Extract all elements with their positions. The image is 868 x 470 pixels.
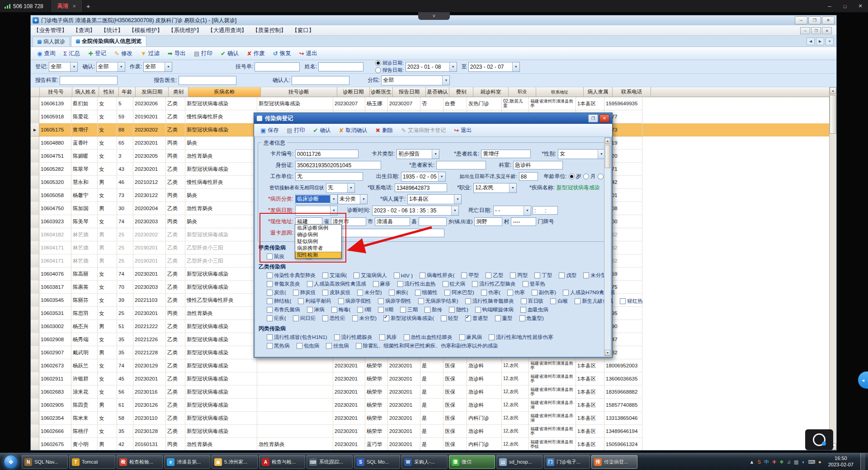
death-date-picker[interactable]: - -▼ [493,206,531,216]
disease-checkbox[interactable]: 狂犬病 [443,281,466,287]
patient-name-input[interactable] [481,150,531,158]
column-header[interactable]: 类别 [169,87,189,97]
column-header[interactable]: 是否确认 [426,87,449,97]
tray-icon[interactable]: ✚ [772,460,776,465]
occupation-select[interactable]: 12,农民▼ [473,183,517,193]
screen-capture-widget[interactable] [805,429,833,450]
disease-checkbox[interactable]: 细菌性 [415,289,438,296]
disease-checkbox[interactable]: 血吸虫病 [520,306,548,313]
visit-date-radio[interactable] [375,60,381,66]
disease-checkbox[interactable]: 无病原学结果) [418,298,458,305]
tab-infectious-browse[interactable]: 全院传染病病人信息浏览 [71,36,146,47]
disease-checkbox[interactable]: 间日疟 [293,315,316,322]
checkbox-box[interactable] [620,298,626,304]
table-row[interactable]: 10602675黄小明男4220160131丙类急性胃肠炎急性胃肠炎202302… [31,438,830,450]
phone-input[interactable] [395,183,447,192]
disease-checkbox[interactable]: 流行性和地方性斑疹伤寒 [489,334,553,341]
checkbox-box[interactable] [420,273,425,278]
taskbar-app-button[interactable]: N SQL Nav... [22,455,68,469]
disease-checkbox[interactable]: 流行性出血热 [397,281,436,287]
checkbox-box[interactable] [519,315,525,321]
age-unit-month-radio[interactable] [583,174,589,179]
taskbar-app-button[interactable]: T Tomcat [69,455,115,469]
dialog-toolbar-button[interactable]: ↪ 退出 [450,125,475,136]
void-filter-select[interactable]: 全部▼ [143,62,172,72]
checkbox-box[interactable] [293,315,299,321]
checkbox-box[interactable] [449,307,455,313]
mdi-control-icon[interactable]: ❐ [811,27,821,34]
close-icon[interactable]: ✕ [853,0,868,12]
card-type-select[interactable]: 初步报告▼ [396,149,439,159]
disease-checkbox[interactable]: 淋病 [307,306,325,313]
checkbox-box[interactable] [373,281,379,287]
start-button[interactable]: ❖ [4,455,18,469]
column-header[interactable]: 年龄 [119,87,136,97]
disease-checkbox[interactable]: 轻型 [441,315,458,322]
table-row[interactable]: 10602905陈四贵男6120230126乙类新型冠状病毒感染20230201… [31,399,830,412]
disease-checkbox[interactable]: 恶性疟 [322,315,345,322]
checkbox-box[interactable] [267,343,273,349]
disease-checkbox[interactable]: 麻风病 [459,334,482,341]
disease-checkbox[interactable]: 阿米巴型) [444,289,474,296]
age-unit-year-radio[interactable] [569,174,575,179]
disease-checkbox[interactable]: 重型 [495,315,513,322]
checkbox-box[interactable] [520,307,526,313]
disease-checkbox[interactable]: 钩端螺旋体病 [475,306,514,313]
column-header[interactable]: 挂号诊断 [261,87,337,97]
column-header[interactable]: 诊断医生 [370,87,393,97]
disease-checkbox[interactable]: 痢疾( [389,289,408,296]
table-row[interactable]: 10602911许银群女4520230201乙类新型冠状病毒感染20230201… [31,372,830,385]
column-header[interactable]: 费别 [449,87,473,97]
tab-nav-icon[interactable]: ◀ [807,38,815,45]
guardian-input[interactable] [436,161,486,169]
checkbox-box[interactable] [297,343,302,349]
vertical-scrollbar[interactable]: ▲ ▼ [829,87,836,450]
checkbox-box[interactable] [379,334,385,340]
checkbox-box[interactable] [307,307,313,313]
scroll-down-icon[interactable]: ▼ [605,350,610,356]
disease-checkbox[interactable]: 甲型 [461,272,479,279]
tray-icon[interactable]: ▥ [794,460,798,465]
disease-checkbox[interactable]: 丝虫病 [326,343,349,349]
disease-checkbox[interactable]: 危重型) [519,315,544,322]
dialog-toolbar-button[interactable]: ✎ 艾滋病附卡登记 [397,125,449,136]
dialog-toolbar-button[interactable]: ▣ 保存 [257,125,282,136]
disease-checkbox[interactable]: 流行性感冒(包含H1N1) [267,334,327,341]
report-date-radio[interactable] [375,67,381,73]
checkbox-box[interactable] [510,273,516,278]
checkbox-box[interactable] [443,281,448,287]
checkbox-box[interactable] [465,315,471,321]
dialog-scrollbar[interactable]: ▲ ▼ [604,137,611,356]
checkbox-box[interactable] [357,307,363,313]
column-header[interactable]: 报告日期 [393,87,426,97]
dropdown-option[interactable]: 确诊病例 [295,231,341,238]
card-no-input[interactable] [295,150,359,158]
checkbox-box[interactable] [418,298,424,304]
scrollbar-thumb[interactable] [830,95,836,134]
restore-icon[interactable]: ❐ [588,114,598,122]
disease-checkbox[interactable]: 疟疾( [267,315,286,322]
tab-patient-visit[interactable]: 病人就诊 [33,37,70,47]
disease-checkbox[interactable]: 梅毒( [331,306,351,313]
tray-icon[interactable]: ❖ [779,460,784,465]
checkbox-box[interactable] [532,290,538,296]
checkbox-box[interactable] [534,273,540,278]
disease-checkbox[interactable]: 风疹 [379,334,397,341]
taskbar-clock[interactable]: 16:50 2023-02-07 [825,456,857,468]
disease-checkbox[interactable]: 皮肤炭疽 [322,289,350,296]
toolbar-button[interactable]: ✎ 修改 [111,48,136,59]
checkbox-box[interactable] [267,290,273,296]
tray-icon[interactable]: ♫ [787,460,791,465]
disease-checkbox[interactable]: 猩红热 [620,298,643,305]
address-town-input[interactable] [419,217,447,226]
menu-item[interactable]: 【模板维护】 [126,27,165,34]
menu-item[interactable]: 【质量控制】 [250,27,289,34]
restore-icon[interactable]: ❐ [808,16,821,24]
sex-select[interactable]: 女▼ [558,149,605,159]
checkbox-box[interactable] [267,307,273,313]
dialog-toolbar-button[interactable]: ✖ 删除 [372,125,396,136]
checkbox-box[interactable] [383,315,389,321]
column-header[interactable]: 就诊科室 [473,87,509,97]
disease-checkbox[interactable]: 流行性腮腺炎 [334,334,373,341]
column-header[interactable]: 发病日期 [136,87,169,97]
